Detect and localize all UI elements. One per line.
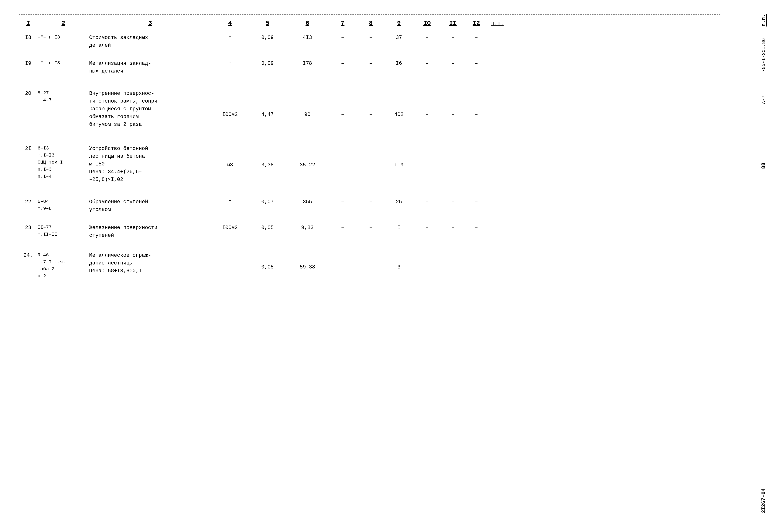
row-col7: – [329,224,357,232]
row-col12: – [464,34,488,41]
row-col6: I78 [286,59,329,67]
row-unit: т [211,251,249,271]
row-col9: I6 [385,59,413,67]
header-col-9: 9 [385,20,413,27]
header-col-7: 7 [329,20,357,27]
row-col6: 355 [286,198,329,206]
table-header-row: I 2 3 4 5 6 7 8 9 [19,15,720,29]
row-col10: – [413,34,441,41]
row-col5: 3,38 [249,145,286,169]
header-col-2: 2 [37,20,89,27]
row-col8: – [357,145,385,169]
header-col-8: 8 [357,20,385,27]
row-col9: 3 [385,251,413,271]
row-ref: –"– п.I3 [37,34,89,41]
row-col12: – [464,59,488,67]
row-desc: Стоимость закладных деталей [89,34,211,49]
row-col7: – [329,251,357,271]
row-ref: 9–46 т.7–I т.ч. табл.2 п.2 [37,251,89,280]
row-col6: 35,22 [286,145,329,169]
row-num: I8 [19,34,37,41]
main-content: I 2 3 4 5 6 7 8 9 [19,14,757,294]
row-col7: – [329,198,357,206]
row-col8: – [357,59,385,67]
row-col5: 0,07 [249,198,286,206]
header-col-pp: п.п. [488,20,507,26]
row-desc: Металлическое ограж- дание лестницы Цена… [89,251,211,275]
row-col10: – [413,251,441,271]
row-col5: 0,09 [249,34,286,41]
header-col-10: IO [413,20,441,27]
row-col7: – [329,59,357,67]
table-row: I9 –"– п.I8 Металлизация заклад- ных дет… [19,54,720,80]
row-col5: 0,05 [249,224,286,232]
page-number: 2I267-04 [761,488,767,513]
row-col11: – [441,251,464,271]
row-col9: 402 [385,90,413,119]
header-col-12: I2 [464,20,488,27]
row-col10: – [413,145,441,169]
table-row: 24. 9–46 т.7–I т.ч. табл.2 п.2 Металличе… [19,244,720,294]
row-num: 2I [19,145,37,153]
row-num: 24. [19,251,37,259]
row-col8: – [357,198,385,206]
row-col7: – [329,34,357,41]
row-unit: т [211,198,249,206]
row-col12: – [464,145,488,169]
row-col10: – [413,198,441,206]
header-col-3: 3 [89,20,211,27]
row-num: I9 [19,59,37,67]
row-col9: 25 [385,198,413,206]
row-col9: 37 [385,34,413,41]
row-unit: т [211,59,249,67]
row-col5: 4,47 [249,90,286,119]
row-unit: м3 [211,145,249,169]
row-desc: Обрамление ступеней уголком [89,198,211,213]
row-ref: 6–I3 т.I–I3 СЦЦ том I п.I–3 п.I–4 [37,145,89,180]
row-col6: 59,38 [286,251,329,271]
row-col9: I [385,224,413,232]
row-col10: – [413,90,441,119]
right-label-ref3: 88 [761,163,767,169]
row-col6: 4I3 [286,34,329,41]
row-col11: – [441,59,464,67]
table-row: 22 6–84 т.9–8 Обрамление ступеней уголко… [19,193,720,219]
row-col8: – [357,34,385,41]
table-row: 20 8–27 т.4–7 Внутренние поверхнос- ти с… [19,80,720,138]
right-margin-labels: п.п. 705-I-20I.86 А-7 88 [761,14,767,169]
row-col12: – [464,224,488,232]
header-col-4: 4 [211,20,249,27]
row-col11: – [441,90,464,119]
right-label-ref2: А-7 [761,96,766,104]
row-desc: Устройство бетонной лестницы из бетона м… [89,145,211,184]
header-col-5: 5 [249,20,286,27]
row-col10: – [413,224,441,232]
row-ref: 8–27 т.4–7 [37,90,89,104]
row-col12: – [464,90,488,119]
table-row: I8 –"– п.I3 Стоимость закладных деталей … [19,29,720,54]
row-col8: – [357,251,385,271]
row-ref: –"– п.I8 [37,59,89,67]
header-col-6: 6 [286,20,329,27]
row-num: 22 [19,198,37,206]
page-container: I 2 3 4 5 6 7 8 9 [19,14,757,294]
row-unit: I00м2 [211,224,249,232]
row-col7: – [329,145,357,169]
row-desc: Внутренние поверхнос- ти стенок рампы, с… [89,90,211,128]
right-label-pp: п.п. [761,14,767,26]
row-col7: – [329,90,357,119]
row-col11: – [441,198,464,206]
table-row: 23 II–77 т.II–II Железнение поверхности … [19,219,720,244]
row-col12: – [464,198,488,206]
row-desc: Железнение поверхности ступеней [89,224,211,239]
row-col5: 0,05 [249,251,286,271]
row-col10: – [413,59,441,67]
row-col5: 0,09 [249,59,286,67]
row-col6: 90 [286,90,329,119]
row-unit: I00м2 [211,90,249,119]
row-col8: – [357,224,385,232]
row-col8: – [357,90,385,119]
row-col9: II9 [385,145,413,169]
row-unit: т [211,34,249,41]
row-ref: II–77 т.II–II [37,224,89,238]
